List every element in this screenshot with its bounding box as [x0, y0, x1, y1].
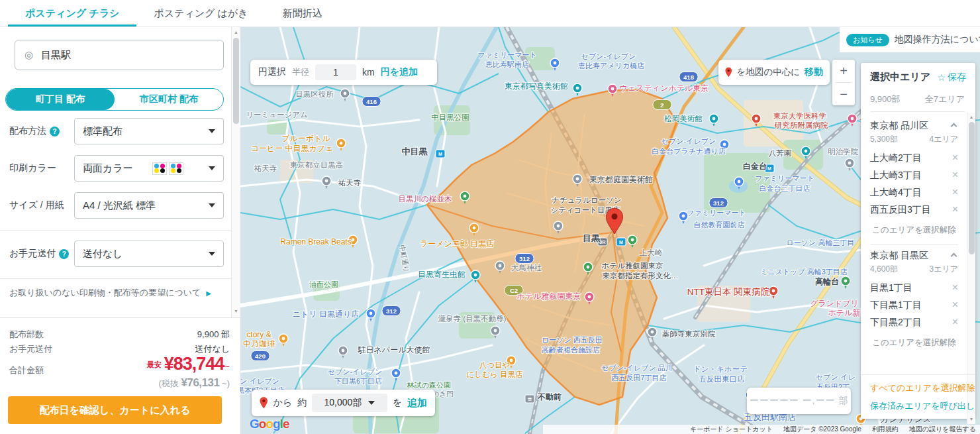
total-price: 最安¥83,744~	[147, 354, 230, 374]
area-group-header[interactable]: 東京都 目黒区	[870, 244, 958, 262]
svg-text:M: M	[438, 152, 442, 156]
order-summary: 配布部数 9,900 部 お手元送付 送付なし 合計金額 最安¥83,744~ …	[0, 317, 240, 434]
map-label: 西五反田7丁目店	[611, 374, 666, 382]
toggle-chome-distribution[interactable]: 町丁目 配布	[6, 89, 115, 110]
attribution-link[interactable]: 利用規約	[872, 425, 899, 434]
map-label: Ramen Break Beats	[280, 237, 351, 246]
special-request-label: お取り扱いのない印刷物・配布等の要望について	[9, 287, 201, 299]
zoom-out-button[interactable]: −	[832, 83, 855, 105]
map-label: 目黒	[583, 233, 601, 243]
remove-area-icon[interactable]: ×	[952, 149, 958, 166]
toggle-city-distribution[interactable]: 市区町村 配布	[115, 89, 223, 110]
route-shield: 312	[515, 254, 534, 264]
field-select[interactable]: 標準配布	[74, 118, 224, 144]
add-circle-button[interactable]: 円を追加	[381, 66, 418, 78]
svg-text:312: 312	[713, 199, 724, 207]
tab-1[interactable]: ポスティング チラシ	[8, 0, 136, 27]
deselect-group-link[interactable]: このエリアを選択解除	[870, 225, 958, 236]
save-area-button[interactable]: ☆ 保存	[937, 72, 966, 83]
divider	[0, 278, 231, 279]
remove-area-icon[interactable]: ×	[952, 184, 958, 201]
attribution-link: 地図データ ©2023 Google	[783, 425, 861, 434]
svg-text:M: M	[619, 240, 623, 244]
remove-area-icon[interactable]: ×	[952, 201, 958, 218]
move-to-center-tool: を地図の中心に 移動	[718, 60, 830, 85]
field-select[interactable]: A4 / 光沢紙 標準	[74, 192, 224, 219]
price-tilde: ~	[224, 360, 230, 372]
area-item: 上大崎4丁目×	[870, 184, 958, 201]
remove-area-icon[interactable]: ×	[952, 279, 958, 296]
scroll-up-icon[interactable]: ▲	[967, 115, 975, 119]
google-logo: Google	[250, 417, 289, 431]
map-label: ホテル新	[828, 308, 861, 317]
area-item-name: 上大崎3丁目	[870, 166, 922, 184]
add-to-cart-button[interactable]: 配布日を確認し、カートに入れる	[8, 396, 222, 424]
scroll-up-icon[interactable]: ▲	[232, 30, 240, 34]
radius-label: 半径	[292, 66, 309, 78]
search-box[interactable]: ◎	[15, 40, 224, 70]
add-tool-approx: 約	[297, 397, 307, 409]
map-label: 八芳園	[769, 149, 792, 157]
scrollbar-thumb[interactable]	[233, 38, 239, 124]
tab-2[interactable]: ポスティング はがき	[136, 0, 265, 27]
field-row: サイズ / 用紙A4 / 光沢紙 標準	[0, 192, 231, 219]
map-label: 八つ目や	[479, 361, 511, 369]
transit-logo-icon: M	[616, 238, 626, 246]
area-item-name: 目黒1丁目	[870, 279, 912, 296]
field-label: サイズ / 用紙	[9, 192, 64, 219]
sidebar-scrollbar[interactable]: ▲ ▼	[231, 27, 240, 317]
search-input[interactable]	[40, 49, 205, 62]
copies-select[interactable]: 10,000部	[312, 394, 387, 412]
map-label: NTT東日本 関東病院	[687, 287, 770, 297]
scrollbar-thumb[interactable]	[969, 122, 975, 254]
map-label: 下目黒6丁目店	[334, 377, 382, 385]
notice-bar: お知らせ 地図操作方法について	[840, 27, 980, 52]
tab-3[interactable]: 新聞折込	[266, 0, 340, 27]
remove-area-icon[interactable]: ×	[952, 166, 958, 184]
deselect-group-link[interactable]: このエリアを選択解除	[870, 337, 958, 349]
attribution-link[interactable]: キーボード ショートカット	[690, 425, 773, 434]
area-item-name: 西五反田3丁目	[870, 201, 931, 218]
map-label: 祐天寺	[254, 164, 277, 172]
chevron-up-icon[interactable]	[951, 252, 957, 259]
map-label: 瀧泉寺 (目黒不動尊)	[438, 315, 507, 323]
deselect-all-link[interactable]: すべてのエリアを選択解除	[870, 382, 975, 394]
copies-placeholder-box: ーーーーー ー,ーー 部	[747, 388, 851, 414]
area-group-name: 東京都 品川区	[870, 120, 928, 132]
map-label: 東京都指定有形文化…	[603, 272, 679, 280]
svg-text:JR: JR	[600, 240, 606, 244]
area-item: 西五反田3丁目×	[870, 201, 958, 218]
divider	[0, 230, 231, 231]
field-select[interactable]: 送付なし	[74, 241, 224, 267]
recall-saved-link[interactable]: 保存済みエリアを呼び出し	[870, 400, 975, 412]
svg-text:420: 420	[255, 353, 266, 360]
area-group-header[interactable]: 東京都 品川区	[870, 115, 958, 132]
help-icon[interactable]: ?	[59, 249, 69, 259]
map-label: ウェスティンホテル東京	[620, 83, 709, 93]
field-row: お手元送付?送付なし	[0, 241, 231, 267]
remove-area-icon[interactable]: ×	[952, 296, 958, 313]
area-item-name: 上大崎4丁目	[870, 184, 922, 201]
chevron-down-icon	[209, 166, 215, 170]
move-to-center-label: を地図の中心に	[737, 66, 800, 78]
add-copies-button[interactable]: 追加	[407, 397, 427, 409]
map-label: にしむら 目黒店	[467, 370, 523, 378]
radius-input[interactable]	[315, 64, 356, 80]
chevron-up-icon[interactable]	[951, 123, 957, 129]
special-request-link[interactable]: お取り扱いのない印刷物・配布等の要望について ▶	[9, 287, 222, 299]
move-button[interactable]: 移動	[805, 66, 823, 78]
sidebar: ◎ 町丁目 配布 市区町村 配布 配布方法?標準配布印刷カラー両面カラーサイズ …	[0, 27, 240, 434]
help-icon[interactable]: ?	[50, 127, 60, 136]
remove-area-icon[interactable]: ×	[952, 313, 958, 331]
field-select[interactable]: 両面カラー	[74, 155, 224, 182]
map-label: 目黒区役所	[295, 90, 334, 98]
map-label: リーミュージアム	[246, 111, 308, 119]
copies-value: 9,900 部	[197, 329, 230, 341]
zoom-in-button[interactable]: +	[832, 60, 855, 82]
map-help-link[interactable]: 地図操作方法について	[895, 34, 980, 46]
attribution-link[interactable]: 地図の誤りを報告する	[909, 425, 976, 434]
map-label: ン-イレブン	[240, 377, 279, 385]
map-label: 東京都立目黒高	[290, 161, 344, 169]
scroll-down-icon[interactable]: ▼	[232, 309, 240, 313]
map-label: ローソン 高輪三丁目	[787, 239, 855, 246]
